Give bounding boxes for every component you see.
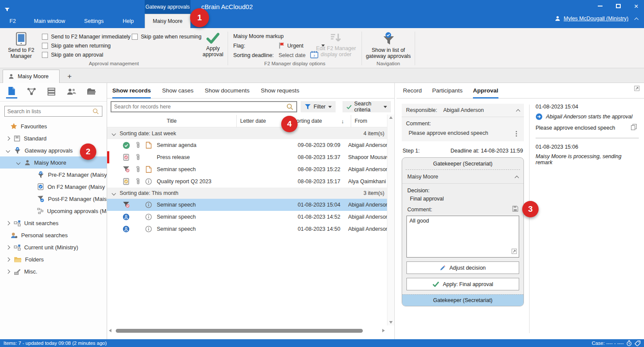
tab-show-requests[interactable]: Show requests: [261, 83, 299, 99]
scroll-down-icon[interactable]: [389, 321, 393, 324]
checkbox-icon[interactable]: [42, 34, 48, 40]
tab-participants[interactable]: Participants: [432, 83, 463, 99]
search-icon[interactable]: [92, 108, 99, 115]
checkbox-skip-gate-resuming[interactable]: Skip gate when resuming: [132, 32, 201, 41]
menu-f2[interactable]: F2: [0, 14, 25, 28]
step-comment-box[interactable]: All good: [406, 216, 519, 258]
tree-unit-searches[interactable]: Unit searches: [0, 217, 107, 229]
expand-pane-icon[interactable]: [634, 86, 640, 92]
expand-comment-icon[interactable]: [511, 248, 517, 255]
search-criteria-button[interactable]: Search criteria: [343, 101, 391, 112]
column-title[interactable]: Title: [107, 115, 237, 127]
tab-show-cases[interactable]: Show cases: [162, 83, 194, 99]
expander-icon[interactable]: [5, 246, 10, 249]
apply-final-approval-button[interactable]: Apply: Final approval: [406, 278, 519, 290]
record-row[interactable]: Seminar agenda 09-08-2023 09:09 Abigail …: [107, 139, 387, 151]
quick-access-icon[interactable]: [4, 7, 10, 13]
checkbox-skip-gate-approval[interactable]: Skip gate on approval: [42, 50, 130, 59]
expander-icon[interactable]: [5, 149, 10, 152]
nav-archive-icon[interactable]: [46, 86, 57, 99]
horizontal-scrollbar[interactable]: [109, 327, 385, 334]
record-row[interactable]: Seminar speech 01-08-2023 14:52 Abigail …: [107, 211, 387, 223]
scrollbar-thumb[interactable]: [116, 329, 363, 333]
scroll-up-icon[interactable]: [389, 116, 393, 119]
checkbox-skip-gate-returning[interactable]: Skip gate when returning: [42, 41, 130, 50]
group-header-last-week[interactable]: Sorting date: Last week 4 item(s): [107, 128, 387, 139]
copy-icon[interactable]: [631, 124, 637, 132]
tab-record[interactable]: Record: [403, 83, 422, 99]
collapse-ribbon-chevron-icon[interactable]: [634, 17, 639, 22]
record-row[interactable]: Seminar speech 08-08-2023 15:22 Abigail …: [107, 163, 387, 175]
close-button[interactable]: ×: [632, 2, 641, 10]
scroll-left-icon[interactable]: [109, 329, 111, 332]
record-row[interactable]: Press release 08-08-2023 15:37 Shapoor M…: [107, 151, 387, 163]
tab-approval[interactable]: Approval: [473, 83, 498, 99]
contextual-ribbon-tab[interactable]: Gateway approvals: [145, 0, 190, 14]
apply-approval-button[interactable]: Apply approval: [199, 33, 227, 57]
tag-icon[interactable]: [634, 341, 641, 346]
menu-main-window[interactable]: Main window: [25, 14, 75, 28]
vertical-scrollbar[interactable]: [387, 115, 394, 325]
menu-help[interactable]: Help: [113, 14, 143, 28]
send-to-f2-manager-button[interactable]: Send to F2 Manager: [6, 32, 36, 59]
expander-icon[interactable]: [5, 270, 10, 273]
add-tab-button[interactable]: +: [64, 71, 75, 82]
nav-records-icon[interactable]: [6, 86, 17, 99]
minimize-button[interactable]: [596, 2, 604, 10]
more-options-icon[interactable]: [516, 131, 517, 132]
save-icon[interactable]: [512, 206, 518, 213]
nav-contacts-icon[interactable]: [66, 86, 77, 99]
column-from[interactable]: From: [351, 115, 387, 127]
record-row[interactable]: Quality report Q2 2023 08-08-2023 15:17 …: [107, 175, 387, 188]
tree-folders[interactable]: Folders: [0, 253, 107, 265]
tab-show-records[interactable]: Show records: [112, 83, 151, 99]
sidebar-search[interactable]: [4, 106, 102, 117]
expander-icon[interactable]: [5, 222, 10, 225]
tree-on-f2-manager[interactable]: On F2 Manager (Maisy Mo: [0, 181, 107, 193]
checkbox-icon[interactable]: [42, 43, 48, 49]
group-header-this-month[interactable]: Sorting date: This month 3 item(s): [107, 188, 387, 199]
criteria-dropdown-arrow-icon[interactable]: [384, 106, 387, 108]
stopwatch-icon[interactable]: [626, 340, 632, 346]
nav-folders-icon[interactable]: [86, 86, 97, 99]
checkbox-icon[interactable]: [42, 52, 48, 58]
group-collapse-icon[interactable]: [112, 131, 116, 136]
tree-misc[interactable]: Misc.: [0, 265, 107, 277]
record-row[interactable]: Seminar speech 01-08-2023 14:50 Abigail …: [107, 223, 387, 235]
sort-direction-icon[interactable]: ↓: [341, 118, 351, 124]
checkbox-icon[interactable]: [132, 34, 138, 40]
tree-standard[interactable]: Standard: [0, 132, 107, 144]
tab-show-documents[interactable]: Show documents: [205, 83, 250, 99]
tree-upcoming-approvals[interactable]: Upcoming approvals (Mais: [0, 205, 107, 217]
tree-post-f2-manager[interactable]: Post-F2 Manager (Maisy M: [0, 193, 107, 205]
filter-dropdown-arrow-icon[interactable]: [328, 106, 332, 108]
record-search-input[interactable]: [111, 104, 286, 110]
nav-workflow-icon[interactable]: [26, 86, 37, 99]
tree-current-unit[interactable]: Current unit (Ministry): [0, 241, 107, 253]
search-icon[interactable]: [286, 103, 294, 111]
group-collapse-icon[interactable]: [112, 191, 116, 195]
show-in-gateway-list-button[interactable]: Show in list of gateway approvals: [363, 32, 414, 59]
current-user-link[interactable]: Myles McDougall (Ministry): [564, 16, 628, 22]
step-comment-input[interactable]: All good: [407, 216, 519, 257]
expander-icon[interactable]: [5, 258, 10, 261]
adjust-decision-button[interactable]: Adjust decision: [406, 261, 519, 274]
filter-button[interactable]: Filter: [301, 101, 336, 112]
menu-settings[interactable]: Settings: [75, 14, 113, 28]
record-search[interactable]: [111, 101, 297, 112]
record-row-selected[interactable]: Seminar speech 01-08-2023 15:04 Abigail …: [107, 199, 387, 211]
tree-personal-searches[interactable]: Personal searches: [0, 229, 107, 241]
collapse-chevron-icon[interactable]: [516, 109, 520, 113]
tree-favourites[interactable]: Favourites: [0, 120, 107, 132]
sidebar-tab-maisy-moore[interactable]: Maisy Moore: [3, 70, 60, 83]
select-date-field[interactable]: Select date: [279, 52, 306, 58]
column-sorting-date[interactable]: Sorting date: [293, 118, 341, 124]
checkbox-send-immediately[interactable]: Send to F2 Manager immediately: [42, 32, 130, 41]
expander-icon[interactable]: [5, 137, 10, 140]
ribbon-tab-maisy-moore[interactable]: Maisy Moore: [145, 14, 190, 28]
expander-icon[interactable]: [16, 161, 21, 164]
maximize-button[interactable]: [614, 2, 622, 10]
sidebar-search-input[interactable]: [5, 108, 92, 115]
scroll-right-icon[interactable]: [382, 329, 385, 332]
tree-pre-f2-manager[interactable]: Pre-F2 Manager (Maisy Mc: [0, 169, 107, 181]
